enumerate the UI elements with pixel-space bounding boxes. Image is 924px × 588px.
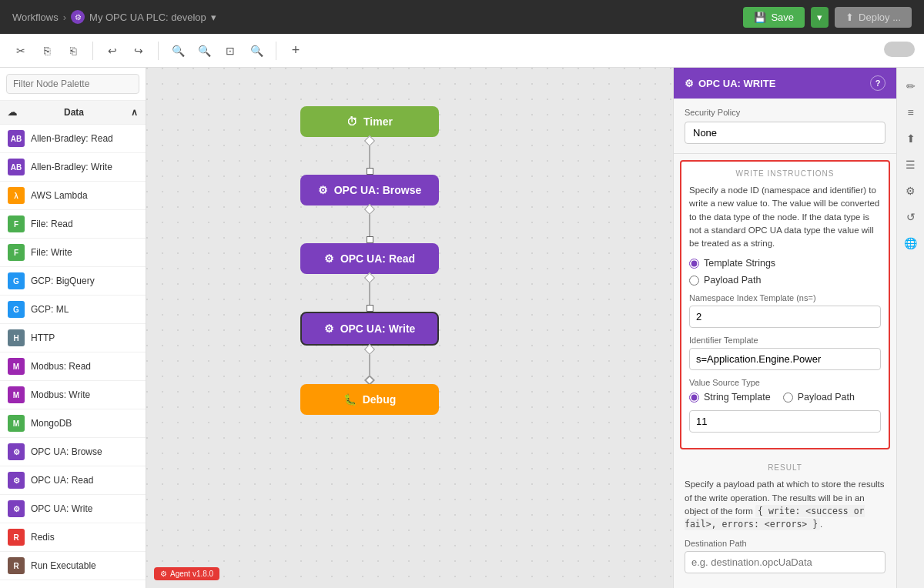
- sidebar-item-3[interactable]: F File: Read: [0, 210, 146, 239]
- result-section: RESULT Specify a payload path at which t…: [674, 456, 896, 588]
- sidebar-icon-15: R: [8, 557, 25, 574]
- sidebar-icon-3: F: [8, 215, 25, 232]
- rail-refresh-icon[interactable]: ↺: [900, 206, 922, 228]
- read-node[interactable]: ⚙ OPC UA: Read: [300, 243, 439, 274]
- rail-edit-icon[interactable]: ✏: [900, 75, 922, 97]
- workflows-link[interactable]: Workflows: [12, 12, 59, 23]
- result-title: RESULT: [685, 463, 886, 472]
- fit-button[interactable]: ⊡: [219, 40, 242, 62]
- sidebar: ☁ Data ∧ AB Allen-Bradley: Read AB Allen…: [0, 68, 146, 588]
- string-template-radio[interactable]: [689, 393, 699, 403]
- rail-list-icon[interactable]: ≡: [900, 102, 922, 123]
- identifier-template-label: Identifier Template: [689, 336, 881, 345]
- sidebar-item-0[interactable]: AB Allen-Bradley: Read: [0, 125, 146, 153]
- search-input[interactable]: [6, 74, 139, 94]
- sidebar-icon-9: M: [8, 386, 25, 403]
- payload-path-label-2: Payload Path: [798, 392, 855, 403]
- sidebar-label-9: Modbus: Write: [31, 389, 90, 400]
- sidebar-item-13[interactable]: ⚙ OPC UA: Write: [0, 495, 146, 523]
- save-dropdown-button[interactable]: ▾: [811, 7, 829, 28]
- security-policy-select[interactable]: None Basic128 Basic256 Basic256Sha256: [685, 122, 886, 144]
- current-workflow: ⚙ My OPC UA PLC: develop ▾: [71, 10, 216, 24]
- sidebar-item-15[interactable]: R Run Executable: [0, 552, 146, 580]
- sidebar-item-9[interactable]: M Modbus: Write: [0, 381, 146, 409]
- sidebar-item-1[interactable]: AB Allen-Bradley: Write: [0, 153, 146, 182]
- paste-button[interactable]: ⎗: [62, 40, 85, 62]
- sidebar-icon-8: M: [8, 358, 25, 375]
- timer-icon: ⏱: [346, 115, 357, 128]
- identifier-template-field: Identifier Template: [689, 336, 881, 370]
- toggle-button[interactable]: [884, 42, 915, 57]
- sidebar-label-11: OPC UA: Browse: [31, 446, 102, 457]
- value-input[interactable]: [689, 410, 881, 433]
- dropdown-arrow[interactable]: ▾: [211, 12, 216, 23]
- sidebar-item-7[interactable]: H HTTP: [0, 324, 146, 352]
- save-button[interactable]: 💾 Save: [743, 7, 805, 28]
- copy-button[interactable]: ⎘: [35, 40, 59, 62]
- payload-path-option[interactable]: Payload Path: [689, 275, 881, 286]
- help-button[interactable]: ?: [870, 75, 886, 91]
- cut-button[interactable]: ✂: [9, 40, 32, 62]
- payload-path-radio[interactable]: [689, 276, 699, 286]
- rail-layers-icon[interactable]: ☰: [900, 154, 922, 175]
- browse-node[interactable]: ⚙ OPC UA: Browse: [300, 175, 439, 205]
- write-instructions-box: WRITE INSTRUCTIONS Specify a node ID (na…: [680, 160, 890, 449]
- top-bar-right: 💾 Save ▾ ⬆ Deploy ...: [743, 7, 912, 28]
- toolbar-right: [884, 42, 915, 59]
- instructions-text: Specify a node ID (namespace and identif…: [689, 184, 881, 250]
- sidebar-label-6: GCP: ML: [31, 304, 69, 315]
- sidebar-icon-13: ⚙: [8, 500, 25, 517]
- sidebar-item-14[interactable]: R Redis: [0, 523, 146, 552]
- zoom-in-button[interactable]: 🔍: [192, 40, 216, 62]
- rail-upload-icon[interactable]: ⬆: [900, 128, 922, 149]
- string-template-label: String Template: [704, 392, 771, 403]
- add-node-button[interactable]: +: [284, 40, 307, 62]
- payload-path-label: Payload Path: [704, 275, 761, 286]
- undo-button[interactable]: ↩: [101, 40, 124, 62]
- sidebar-item-4[interactable]: F File: Write: [0, 239, 146, 267]
- sidebar-item-12[interactable]: ⚙ OPC UA: Read: [0, 466, 146, 495]
- sidebar-item-2[interactable]: λ AWS Lambda: [0, 182, 146, 210]
- sidebar-item-8[interactable]: M Modbus: Read: [0, 352, 146, 381]
- panel-title: OPC UA: WRITE: [698, 78, 775, 89]
- workflow-name: My OPC UA PLC: develop: [89, 12, 206, 23]
- write-node[interactable]: ⚙ OPC UA: Write: [300, 312, 439, 346]
- v-line-3: [369, 282, 370, 305]
- template-strings-radio[interactable]: [689, 259, 699, 269]
- sidebar-icon-7: H: [8, 329, 25, 346]
- redo-button[interactable]: ↪: [127, 40, 150, 62]
- debug-node[interactable]: 🐛 Debug: [300, 384, 439, 415]
- sidebar-icon-11: ⚙: [8, 443, 25, 460]
- sidebar-item-11[interactable]: ⚙ OPC UA: Browse: [0, 438, 146, 466]
- deploy-button[interactable]: ⬆ Deploy ...: [835, 7, 912, 28]
- payload-path-radio-2[interactable]: [783, 393, 793, 403]
- timer-node[interactable]: ⏱ Timer: [300, 106, 439, 137]
- toolbar-divider-3: [276, 42, 276, 60]
- rail-globe-icon[interactable]: 🌐: [900, 232, 922, 254]
- payload-path-option-2[interactable]: Payload Path: [783, 392, 855, 403]
- namespace-index-input[interactable]: [689, 306, 881, 328]
- sidebar-search-container: [0, 68, 146, 101]
- sidebar-icon-5: G: [8, 272, 25, 289]
- sidebar-label-3: File: Read: [31, 219, 73, 229]
- port-diamond-4: [364, 344, 375, 355]
- template-strings-option[interactable]: Template Strings: [689, 258, 881, 269]
- rail-settings-icon[interactable]: ⚙: [900, 180, 922, 202]
- sidebar-item-10[interactable]: M MongoDB: [0, 409, 146, 438]
- zoom-out-button[interactable]: 🔍: [166, 40, 189, 62]
- identifier-template-input[interactable]: [689, 348, 881, 370]
- sidebar-icon-4: F: [8, 244, 25, 261]
- string-template-option[interactable]: String Template: [689, 392, 771, 403]
- search-canvas-button[interactable]: 🔍: [245, 40, 268, 62]
- sidebar-item-6[interactable]: G GCP: ML: [0, 296, 146, 324]
- node-id-radio-group: Template Strings Payload Path: [689, 258, 881, 286]
- sidebar-item-5[interactable]: G GCP: BigQuery: [0, 267, 146, 296]
- destination-path-input[interactable]: [685, 551, 886, 573]
- port-square-2: [367, 236, 373, 243]
- destination-path-label: Destination Path: [685, 539, 886, 548]
- write-label: OPC UA: Write: [340, 322, 416, 335]
- collapse-icon[interactable]: ∧: [131, 107, 138, 118]
- sidebar-icon-1: AB: [8, 159, 25, 175]
- sidebar-icon-0: AB: [8, 130, 25, 147]
- canvas[interactable]: ⏱ Timer ⚙ OPC UA: Browse ⚙: [146, 68, 673, 588]
